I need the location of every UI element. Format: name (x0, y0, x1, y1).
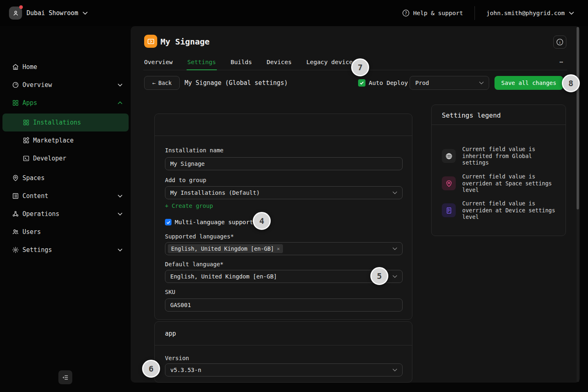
sidebar-item-marketplace[interactable]: Marketplace (0, 131, 131, 149)
help-support-label: Help & support (413, 10, 463, 16)
user-menu[interactable]: john.smith@phygrid.com (486, 10, 574, 16)
plus-icon: + (165, 203, 168, 209)
supported-languages-label: Supported languages* (165, 233, 234, 240)
tab-legacy-devices[interactable]: Legacy devices (305, 58, 357, 70)
sidebar-item-label: Installations (33, 119, 81, 126)
sidebar-item-label: Content (22, 192, 48, 200)
tab-overflow-button[interactable]: ⋯ (559, 58, 564, 66)
info-button[interactable]: i (553, 36, 566, 49)
topbar-divider (474, 6, 475, 20)
network-nodes-icon (12, 210, 19, 218)
help-support-link[interactable]: ? Help & support (402, 9, 463, 17)
installation-name-value: My Signage (170, 158, 205, 170)
scrollbar-track[interactable] (577, 209, 579, 382)
svg-text:i: i (559, 40, 560, 45)
annotation-badge-5: 5 (370, 267, 388, 285)
supported-languages-select[interactable]: English, United Kingdom [en-GB] ✕ (165, 242, 403, 255)
sidebar-item-label: Developer (33, 155, 66, 162)
sidebar-item-settings[interactable]: Settings (0, 241, 131, 259)
chevron-down-icon (479, 81, 484, 85)
legend-header: Settings legend (432, 105, 566, 125)
back-button[interactable]: ← Back (144, 76, 180, 90)
org-switcher[interactable]: Dubai Showroom (9, 0, 88, 26)
environment-value: Prod (415, 76, 429, 89)
chevron-up-icon (118, 101, 122, 105)
tab-settings[interactable]: Settings (187, 58, 217, 70)
sku-input[interactable]: GAS001 (165, 298, 403, 312)
sidebar-item-apps[interactable]: Apps (0, 94, 131, 112)
environment-select[interactable]: Prod (410, 76, 489, 90)
legend-item-text: Current field value is inherited from Gl… (462, 146, 558, 166)
add-to-group-value: My Installations (Default) (170, 187, 260, 199)
users-icon (12, 228, 19, 236)
chevron-down-icon (392, 247, 397, 250)
add-to-group-label: Add to group (165, 177, 206, 183)
question-circle-icon: ? (402, 9, 410, 17)
auto-deploy-checkbox[interactable] (358, 79, 365, 87)
tab-devices[interactable]: Devices (266, 58, 292, 70)
sidebar-item-content[interactable]: Content (0, 187, 131, 205)
sidebar-item-label: Settings (22, 246, 52, 254)
gauge-icon (12, 81, 19, 89)
language-chip-label: English, United Kingdom [en-GB] (171, 245, 274, 252)
grid-icon (22, 119, 30, 126)
language-chip: English, United Kingdom [en-GB] ✕ (168, 244, 283, 253)
settings-form-card: Installation name My Signage Add to grou… (154, 114, 412, 320)
installation-name-input[interactable]: My Signage (165, 157, 403, 170)
legend-item-text: Current field value is overriden at Devi… (462, 200, 558, 220)
save-all-changes-button[interactable]: Save all changes (494, 76, 563, 90)
sidebar-item-operations[interactable]: Operations (0, 205, 131, 223)
annotation-badge-7: 7 (351, 58, 369, 76)
app-section-title: app (155, 322, 412, 337)
annotation-badge-8: 8 (562, 74, 580, 92)
sidebar-item-label: Apps (22, 99, 37, 107)
sidebar-item-home[interactable]: Home (0, 58, 131, 76)
home-icon (12, 63, 19, 71)
form-card-header (155, 114, 412, 136)
map-pin-icon (442, 176, 456, 190)
auto-deploy-label: Auto Deploy (369, 76, 408, 90)
org-avatar[interactable] (9, 7, 22, 20)
map-pin-icon (12, 174, 19, 182)
sidebar-item-label: Home (22, 63, 37, 71)
sku-value: GAS001 (170, 299, 191, 311)
sidebar-item-developer[interactable]: Developer (0, 149, 131, 167)
gear-icon (12, 246, 19, 254)
app-root: Dubai Showroom ? Help & support john.smi… (0, 0, 588, 392)
legend-item-text: Current field value is overriden at Spac… (462, 173, 558, 194)
sidebar-item-installations[interactable]: Installations (2, 114, 129, 131)
sidebar-item-spaces[interactable]: Spaces (0, 169, 131, 187)
sidebar-item-label: Spaces (22, 174, 45, 182)
chevron-down-icon (118, 248, 122, 252)
org-name: Dubai Showroom (27, 9, 78, 17)
notification-dot (19, 5, 23, 9)
create-group-link[interactable]: + Create group (165, 203, 213, 209)
settings-toolbar: ← Back My Signage (Global settings) Auto… (131, 76, 580, 90)
collapse-sidebar-button[interactable] (58, 370, 72, 384)
svg-text:?: ? (405, 11, 407, 16)
collapse-sidebar-icon (62, 374, 69, 381)
sidebar-item-overview[interactable]: Overview (0, 76, 131, 94)
sidebar: Home Overview Apps Installations (0, 26, 131, 392)
tab-builds[interactable]: Builds (230, 58, 253, 70)
chevron-down-icon (392, 368, 397, 372)
grid-icon (12, 99, 19, 107)
add-to-group-select[interactable]: My Installations (Default) (165, 186, 403, 199)
chevron-down-icon (569, 11, 574, 15)
version-select[interactable]: v5.3.53-n (165, 363, 403, 376)
tab-overview[interactable]: Overview (143, 58, 174, 70)
chevron-down-icon (392, 275, 397, 278)
scrollbar-thumb[interactable] (577, 27, 579, 209)
sku-label: SKU (165, 289, 175, 295)
create-group-label: Create group (172, 203, 213, 209)
back-arrow-icon: ← (152, 80, 156, 86)
person-icon (12, 10, 19, 17)
multi-language-checkbox[interactable] (165, 219, 172, 225)
device-icon (442, 203, 456, 217)
user-email: john.smith@phygrid.com (486, 10, 565, 16)
remove-chip-icon[interactable]: ✕ (277, 246, 280, 252)
default-language-select[interactable]: English, United Kingdom [en-GB] (165, 270, 403, 283)
sidebar-item-users[interactable]: Users (0, 223, 131, 241)
chevron-down-icon (118, 194, 122, 198)
legend-title: Settings legend (432, 105, 566, 119)
